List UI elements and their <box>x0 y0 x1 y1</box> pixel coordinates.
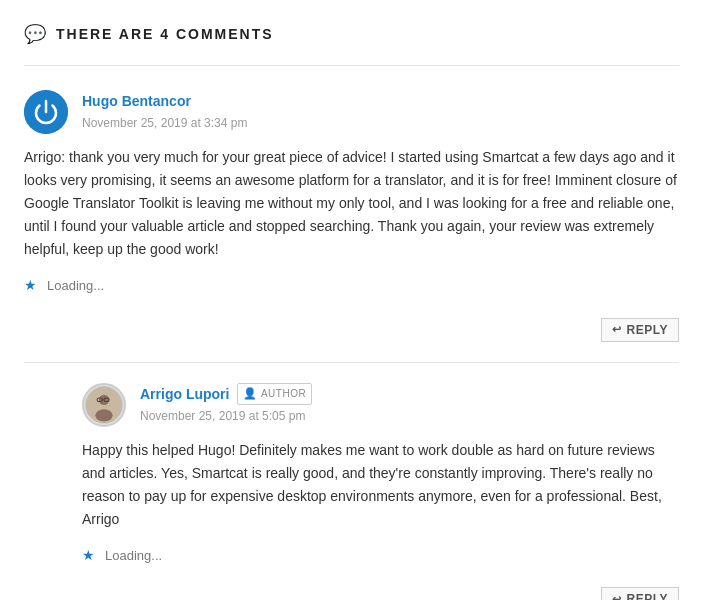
comment-arrigo: Arrigo Lupori 👤 AUTHOR November 25, 2019… <box>82 383 679 568</box>
author-name-hugo[interactable]: Hugo Bentancor <box>82 90 191 112</box>
comments-title: THERE ARE 4 COMMENTS <box>56 23 274 45</box>
comment-top-arrigo: Arrigo Lupori 👤 AUTHOR November 25, 2019… <box>82 383 679 427</box>
comment-arrigo-wrapper: Arrigo Lupori 👤 AUTHOR November 25, 2019… <box>82 383 679 600</box>
reply-label-hugo: REPLY <box>627 323 668 337</box>
comment-actions-arrigo: ★ Loading... <box>82 545 679 567</box>
comment-actions-hugo: ★ Loading... <box>24 275 679 297</box>
loading-arrigo: Loading... <box>105 546 162 567</box>
author-badge-arrigo: 👤 AUTHOR <box>237 383 312 405</box>
reply-row-arrigo: ↩ REPLY <box>82 587 679 600</box>
comment-meta-arrigo: Arrigo Lupori 👤 AUTHOR November 25, 2019… <box>140 383 312 427</box>
author-line-arrigo: Arrigo Lupori 👤 AUTHOR <box>140 383 312 405</box>
author-badge-label: AUTHOR <box>261 386 306 402</box>
reply-arrow-icon-hugo: ↩ <box>612 323 622 336</box>
author-line-hugo: Hugo Bentancor <box>82 90 247 112</box>
comment-hugo: Hugo Bentancor November 25, 2019 at 3:34… <box>24 90 679 298</box>
svg-point-3 <box>95 409 112 421</box>
comments-header: 💬 THERE ARE 4 COMMENTS <box>24 20 679 66</box>
person-icon: 👤 <box>243 385 258 403</box>
comment-meta-hugo: Hugo Bentancor November 25, 2019 at 3:34… <box>82 90 247 134</box>
avatar-arrigo <box>82 383 126 427</box>
star-icon-arrigo: ★ <box>82 545 95 567</box>
avatar-hugo <box>24 90 68 134</box>
comment-date-hugo: November 25, 2019 at 3:34 pm <box>82 114 247 133</box>
reply-button-hugo[interactable]: ↩ REPLY <box>601 318 679 342</box>
divider <box>24 362 679 363</box>
reply-row-hugo: ↩ REPLY <box>24 318 679 342</box>
comments-icon: 💬 <box>24 20 46 49</box>
comment-top-hugo: Hugo Bentancor November 25, 2019 at 3:34… <box>24 90 679 134</box>
reply-arrow-icon-arrigo: ↩ <box>612 593 622 600</box>
author-name-arrigo[interactable]: Arrigo Lupori <box>140 383 229 405</box>
loading-hugo: Loading... <box>47 276 104 297</box>
comment-date-arrigo: November 25, 2019 at 5:05 pm <box>140 407 312 426</box>
comment-body-arrigo: Happy this helped Hugo! Definitely makes… <box>82 439 679 531</box>
comment-body-hugo: Arrigo: thank you very much for your gre… <box>24 146 679 261</box>
reply-button-arrigo[interactable]: ↩ REPLY <box>601 587 679 600</box>
reply-label-arrigo: REPLY <box>627 592 668 600</box>
star-icon-hugo: ★ <box>24 275 37 297</box>
